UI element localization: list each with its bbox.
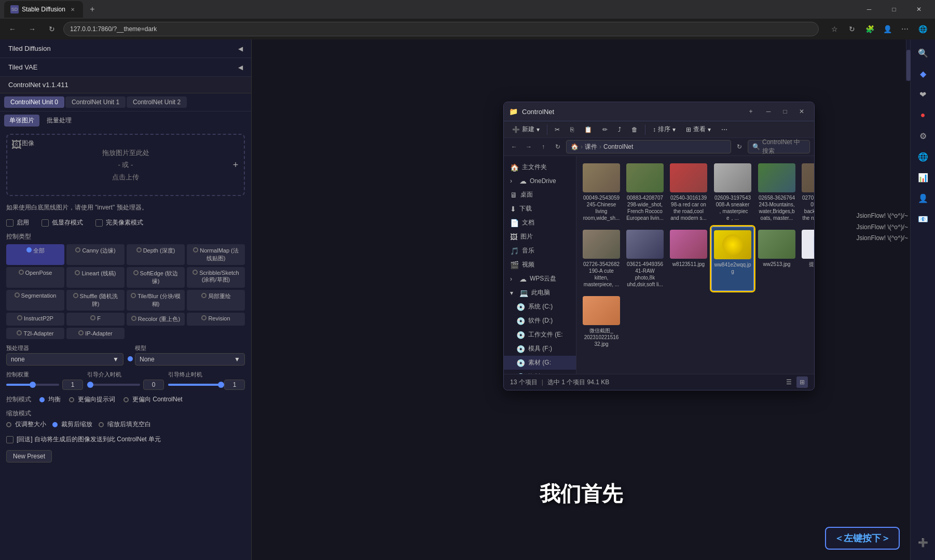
file-item-0[interactable]: 00049-2543059245-Chineselivingroom,wide_… [581, 160, 622, 225]
fe-forward-button[interactable]: → [522, 141, 535, 153]
fe-new-button[interactable]: ➕ 新建 ▾ [508, 123, 544, 135]
guidance-start-value[interactable]: 0 [143, 380, 164, 390]
rs-add-icon[interactable]: ➕ [914, 533, 932, 552]
file-item-11[interactable]: 📄 提示词.txt [800, 227, 814, 291]
ct-t2i[interactable]: T2I-Adapter [6, 328, 64, 339]
fe-up-button[interactable]: ↑ [537, 141, 549, 153]
batch-process-tab[interactable]: 批量处理 [42, 115, 77, 127]
ct-softedge[interactable]: SoftEdge (软边缘) [127, 267, 185, 288]
ct-f[interactable]: F [66, 313, 125, 326]
fe-nav-refresh[interactable]: ↻ [552, 141, 564, 153]
rs-mail-icon[interactable]: 📧 [914, 209, 932, 228]
file-item-6[interactable]: 02726-3542682190-A cutekitten,masterpiec… [581, 227, 622, 291]
ct-openpose[interactable]: OpenPose [6, 267, 64, 288]
fe-paste-button[interactable]: 📋 [580, 124, 596, 135]
tab-close-button[interactable]: ✕ [68, 5, 77, 13]
fe-sidebar-videos[interactable]: 🎬 视频 [504, 258, 576, 272]
fe-sort-button[interactable]: ↕ 排序 ▾ [649, 123, 680, 135]
rs-user-icon[interactable]: 👤 [914, 189, 932, 207]
ct-inpaint[interactable]: 局部重绘 [187, 290, 245, 311]
ct-tile[interactable]: Tile/Blur (分块/模糊) [127, 290, 185, 311]
ct-revision[interactable]: Revision [187, 313, 245, 326]
fe-cut-button[interactable]: ✂ [551, 124, 564, 135]
fe-sidebar-downloads[interactable]: ⬇ 下载 [504, 202, 576, 216]
fe-sidebar-c[interactable]: 💿 系统 (C:) [504, 300, 576, 314]
controlnet-unit-1-tab[interactable]: ControlNet Unit 1 [65, 96, 126, 108]
file-item-1[interactable]: 00883-4208707298-wide_shot,French Rococo… [624, 160, 666, 225]
tiled-vae-section[interactable]: Tiled VAE ◀ [0, 58, 251, 77]
ct-normalmap[interactable]: NormalMap (法线贴图) [187, 244, 245, 265]
fe-path-bar[interactable]: 🏠 › 课件 › ControlNet [566, 140, 731, 153]
ct-segmentation[interactable]: Segmentation [6, 290, 64, 311]
profile-icon[interactable]: 👤 [879, 21, 896, 37]
controlnet-unit-2-tab[interactable]: ControlNet Unit 2 [127, 96, 187, 108]
tiled-diffusion-section[interactable]: Tiled Diffusion ◀ [0, 39, 251, 58]
fe-sidebar-pictures[interactable]: 🖼 图片 [504, 230, 576, 244]
mode-controlnet[interactable]: 更偏向 ControlNet [123, 395, 183, 404]
fe-sidebar-e[interactable]: 💿 工作文件 (E: [504, 328, 576, 342]
file-item-3[interactable]: 02609-3197543008-A sneaker，masterpiece，.… [711, 160, 754, 225]
mode-prompt[interactable]: 更偏向提示词 [69, 395, 115, 404]
guidance-start-slider[interactable] [87, 384, 140, 386]
guidance-end-value[interactable]: 1 [224, 380, 245, 390]
preprocessors-select[interactable]: none ▼ [6, 353, 123, 366]
new-tab-button[interactable]: + [85, 2, 100, 17]
fe-minimize-button[interactable]: ─ [761, 106, 776, 117]
resize-crop[interactable]: 裁剪后缩放 [52, 420, 92, 429]
extensions-icon[interactable]: 🧩 [861, 21, 878, 37]
fe-sidebar-f[interactable]: 💿 模具 (F:) [504, 342, 576, 356]
rs-circle-red-icon[interactable]: ● [914, 106, 932, 124]
forward-button[interactable]: → [24, 21, 40, 37]
fe-sidebar-music[interactable]: 🎵 音乐 [504, 244, 576, 258]
fe-list-view-button[interactable]: ☰ [783, 376, 794, 388]
fe-sidebar-wpscould[interactable]: › ☁ WPS云盘 [504, 272, 576, 286]
file-item-8[interactable]: w8123511.jpg [668, 227, 709, 291]
close-button[interactable]: ✕ [907, 1, 931, 18]
controlnet-unit-0-tab[interactable]: ControlNet Unit 0 [4, 96, 64, 108]
fe-sidebar-home[interactable]: 🏠 主文件夹 [504, 160, 576, 174]
ct-ipadapter[interactable]: IP-Adapter [66, 328, 125, 339]
fe-sidebar-h[interactable]: 💿 资料 (H:) [504, 370, 576, 374]
ct-depth[interactable]: Depth (深度) [127, 244, 185, 265]
ct-canny[interactable]: Canny (边缘) [66, 244, 125, 265]
active-tab[interactable]: SD Stable Diffusion ✕ [4, 1, 83, 18]
rs-search-icon[interactable]: 🔍 [914, 44, 932, 62]
weight-value[interactable]: 1 [62, 380, 83, 390]
fe-sidebar-d[interactable]: 💿 软件 (D:) [504, 314, 576, 328]
fe-view-button[interactable]: ⊞ 查看 ▾ [682, 123, 715, 135]
file-item-7[interactable]: 03621-494935641-RAWphoto,8kuhd,dsir,soft… [624, 227, 666, 291]
scrollbar-thumb[interactable] [906, 50, 911, 81]
image-upload-area[interactable]: 🖼 图像 拖放图片至此处 - 或 - 点击上传 + [6, 134, 245, 196]
fe-back-button[interactable]: ← [508, 141, 520, 153]
fe-share-button[interactable]: ⤴ [614, 124, 625, 135]
rs-gear-icon[interactable]: ⚙ [914, 127, 932, 145]
refresh-icon[interactable]: ↻ [844, 21, 860, 37]
fe-sidebar-g[interactable]: 💿 素材 (G: [504, 356, 576, 370]
model-select[interactable]: None ▼ [135, 353, 245, 366]
rs-chart-icon[interactable]: 📊 [914, 168, 932, 187]
resize-just-resize[interactable]: 仅调整大小 [6, 420, 46, 429]
bookmark-icon[interactable]: ☆ [826, 21, 843, 37]
fe-path-refresh[interactable]: ↻ [733, 141, 746, 153]
file-item-9[interactable]: ww841e2wqq.jpg [711, 227, 754, 291]
file-item-10[interactable]: ww2513.jpg [756, 227, 798, 291]
fe-sidebar-docs[interactable]: 📄 文档 [504, 216, 576, 230]
file-item-12[interactable]: 微信截图_20231022151632.jpg [581, 293, 622, 351]
rs-diamond-icon[interactable]: ◆ [914, 64, 932, 83]
reload-button[interactable]: ↻ [44, 21, 60, 37]
weight-slider[interactable] [6, 384, 59, 386]
ct-all[interactable]: 全部 [6, 244, 64, 265]
send-back-checkbox[interactable]: [回送] 自动将生成后的图像发送到此 ControlNet 单元 [6, 435, 161, 444]
fe-sidebar-onedrive[interactable]: › ☁ OneDrive [504, 174, 576, 188]
minimize-button[interactable]: ─ [857, 1, 881, 18]
maximize-button[interactable]: □ [882, 1, 906, 18]
fe-new-tab-button[interactable]: + [745, 105, 757, 118]
file-item-4[interactable]: 02658-3626764243-Mountains,water,Bridges… [756, 160, 798, 225]
ct-scribble[interactable]: Scribble/Sketch (涂鸦/草图) [187, 267, 245, 288]
fe-sidebar-thispc[interactable]: ▾ 💻 此电脑 [504, 286, 576, 300]
rs-heart-icon[interactable]: ❤ [914, 85, 932, 104]
fe-sidebar-desktop[interactable]: 🖥 桌面 [504, 188, 576, 202]
guidance-end-slider[interactable] [168, 384, 221, 386]
pixel-perfect-checkbox[interactable]: 完美像素模式 [95, 218, 143, 227]
fe-delete-button[interactable]: 🗑 [627, 124, 642, 135]
